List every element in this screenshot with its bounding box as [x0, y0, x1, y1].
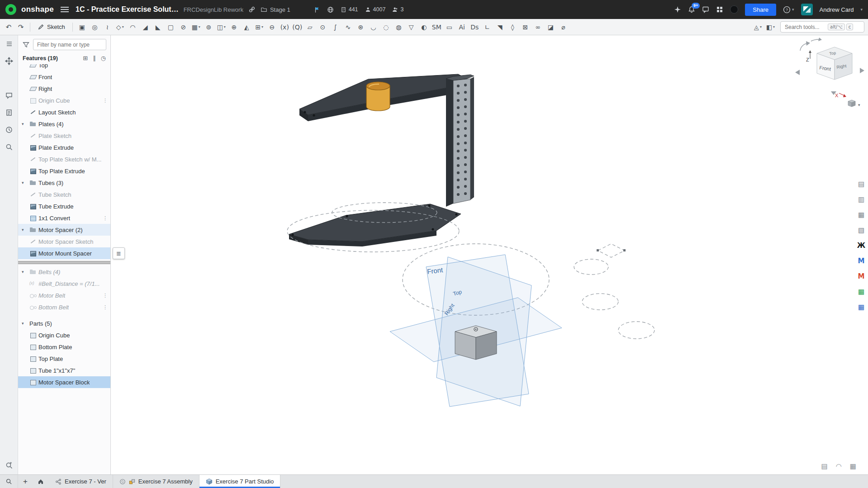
feature-row[interactable]: Motor Spacer (2) [18, 224, 110, 236]
tool-boolean[interactable]: ⊕ [228, 21, 240, 33]
presence-icon[interactable] [730, 5, 738, 14]
dock-sheet-icon[interactable]: ▦ [856, 210, 866, 220]
feature-row[interactable]: Plate Extrude [18, 142, 110, 153]
feature-menu-icon[interactable] [103, 293, 108, 298]
expand-chevron-icon[interactable] [22, 227, 28, 232]
insert-here-icon[interactable]: ⊞ [83, 55, 88, 62]
tool-helix[interactable]: ∿ [342, 21, 354, 33]
view-options-dropdown[interactable]: ▾ [848, 100, 860, 107]
part-origin-cube[interactable] [455, 326, 497, 360]
tool-ai-advisor[interactable]: Ai [456, 21, 468, 33]
help-menu[interactable]: ? ▾ [783, 6, 794, 14]
rotate-ccw-arrow-icon[interactable] [800, 43, 807, 51]
notifications-bell-icon[interactable]: 9+ [688, 6, 695, 13]
rollback-bar-handle[interactable]: ≣ [113, 247, 125, 259]
suspend-rebuild-icon[interactable]: ∥ [93, 55, 96, 62]
tool-section-view[interactable]: ◪ [545, 21, 557, 33]
ai-spark-icon[interactable] [674, 6, 681, 13]
tool-revolve[interactable]: ◎ [89, 21, 101, 33]
feature-row[interactable]: Top [18, 64, 110, 71]
feature-row[interactable]: Motor Mount Spacer [18, 247, 110, 259]
dock-table-blue-icon[interactable]: ▦ [856, 302, 866, 312]
users-stat[interactable]: 4007 [365, 6, 386, 13]
dock-copy-icon[interactable]: ▥ [856, 194, 866, 204]
feature-menu-icon[interactable] [103, 215, 108, 221]
public-globe-icon[interactable] [327, 6, 334, 13]
tool-circular-pattern[interactable]: ⊚ [203, 21, 215, 33]
feature-row[interactable]: Right [18, 83, 110, 95]
rebuild-time-icon[interactable]: ◷ [101, 55, 106, 62]
tool-trim[interactable]: ⊠ [519, 21, 531, 33]
tool-extrude[interactable]: ▣ [76, 21, 88, 33]
feature-row[interactable]: #Belt_Distance = (7/1... [18, 278, 110, 289]
document-title[interactable]: 1C - Practice Exercise Solut… [76, 5, 179, 14]
tab-part-studio-active[interactable]: Exercise 7 Part Studio [199, 475, 281, 488]
tool-measure[interactable]: ⌀ [557, 21, 569, 33]
tool-shell[interactable]: ▢ [165, 21, 177, 33]
tool-appearance[interactable]: ◐ [418, 21, 430, 33]
tool-filter[interactable]: ▽ [405, 21, 417, 33]
tab-assembly[interactable]: Exercise 7 Assembly [113, 475, 199, 488]
feature-row[interactable]: Bottom Plate [18, 341, 110, 353]
rotate-cw-arrow-icon[interactable] [811, 39, 819, 41]
feature-row[interactable]: Motor Belt [18, 289, 110, 301]
history-icon[interactable] [4, 125, 14, 135]
feature-menu-icon[interactable] [103, 304, 108, 310]
feature-row[interactable]: Front [18, 71, 110, 83]
cloud-status-icon[interactable]: ◠ [836, 462, 842, 470]
feature-row[interactable]: Motor Spacer Sketch [18, 236, 110, 247]
tool-named-views[interactable]: ◬ [752, 21, 764, 33]
redo-button[interactable]: ↷ [15, 21, 27, 33]
dock-slider-icon[interactable]: ▤ [856, 179, 866, 189]
feature-row[interactable]: Origin Cube [18, 95, 110, 106]
search-tools-input[interactable] [785, 24, 826, 30]
feature-row[interactable]: 1x1 Convert [18, 212, 110, 224]
feature-row[interactable]: Bottom Belt [18, 301, 110, 313]
tool-intersection-curve[interactable]: ◍ [393, 21, 405, 33]
feature-row[interactable]: Plate Sketch [18, 130, 110, 142]
feature-row[interactable]: Origin Cube [18, 329, 110, 341]
org-stat[interactable]: 441 [341, 6, 358, 13]
tool-split[interactable]: ◭ [241, 21, 253, 33]
feature-row[interactable]: Top Plate [18, 353, 110, 365]
share-button[interactable]: Share [745, 4, 776, 16]
tool-sheet-metal[interactable]: SM [431, 21, 443, 33]
expand-chevron-icon[interactable] [22, 122, 28, 126]
feature-row[interactable]: Top Plate Extrude [18, 165, 110, 177]
part-tube[interactable] [446, 75, 474, 207]
tool-chamfer[interactable]: ◢ [139, 21, 152, 33]
tool-point[interactable]: ⊙ [317, 21, 329, 33]
move-transform-icon[interactable] [4, 56, 14, 66]
dock-butterfly-icon[interactable]: Ж [856, 241, 866, 251]
dock-clipboard-icon[interactable]: ▧ [856, 225, 866, 235]
tab-version[interactable]: Exercise 7 - Ver [49, 475, 113, 488]
feature-row[interactable]: Tubes (3) [18, 177, 110, 189]
tool-frame[interactable]: ∟ [481, 21, 493, 33]
rotate-left-arrow-icon[interactable] [795, 70, 800, 75]
feature-list-panel-icon[interactable] [4, 39, 14, 49]
feature-row[interactable]: Tube 1"x1"x7" [18, 365, 110, 376]
dock-m-color-icon[interactable]: M [856, 271, 866, 281]
tool-fillet[interactable]: ◠ [127, 21, 139, 33]
undo-button[interactable]: ↶ [3, 21, 14, 33]
tool-project[interactable]: ⊛ [355, 21, 367, 33]
feature-row[interactable]: Tube Extrude [18, 200, 110, 212]
feature-row[interactable]: Top Plate Sketch w/ M... [18, 153, 110, 165]
comments-panel-icon[interactable] [702, 6, 709, 13]
tool-curve[interactable]: ∫ [329, 21, 342, 33]
tool-gusset[interactable]: ◥ [494, 21, 506, 33]
tool-composite-curve[interactable]: ◌ [380, 21, 392, 33]
tool-flat-pattern[interactable]: ▭ [443, 21, 455, 33]
main-menu-icon[interactable] [61, 7, 69, 12]
tab-search-icon[interactable] [0, 475, 18, 488]
copy-link-icon[interactable] [248, 6, 256, 13]
tool-display-mode[interactable]: ◧ [764, 21, 777, 33]
view-cube[interactable]: Top Front Right Z X [795, 38, 864, 107]
filter-funnel-icon[interactable] [22, 41, 30, 48]
feature-row[interactable] [18, 261, 110, 264]
tool-tag[interactable]: ◊ [507, 21, 519, 33]
tool-draft[interactable]: ◣ [152, 21, 164, 33]
tool-hole[interactable]: ⊘ [177, 21, 190, 33]
tool-variable[interactable]: (x) [279, 21, 291, 33]
rotate-right-arrow-icon[interactable] [860, 68, 864, 73]
